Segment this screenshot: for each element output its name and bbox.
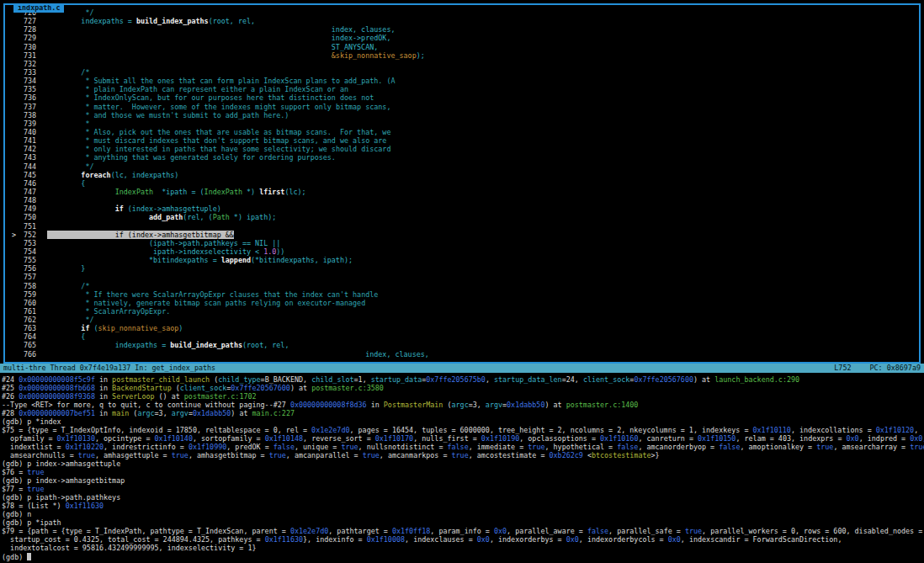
marker-gutter xyxy=(5,350,24,359)
source-line: 730 ST_ANYSCAN, xyxy=(5,43,919,51)
line-number: 760 xyxy=(24,299,47,307)
line-number: 757 xyxy=(24,273,47,281)
source-line: 739 * xyxy=(5,120,919,128)
marker-gutter xyxy=(5,136,24,145)
source-line-text: IndexPath *ipath = (IndexPath *) lfirst(… xyxy=(47,188,306,196)
marker-gutter xyxy=(5,188,24,196)
source-line: 763 if (skip_nonnative_saop) xyxy=(5,324,919,332)
line-number: 738 xyxy=(24,111,47,120)
line-number: 748 xyxy=(24,196,47,204)
source-line: 762 */ xyxy=(5,316,919,324)
line-number: 755 xyxy=(24,256,47,264)
gdb-tui-terminal[interactable]: indxpath.c 726 */727 indexpaths = build_… xyxy=(0,0,924,563)
marker-gutter xyxy=(5,153,24,162)
line-number: 765 xyxy=(24,341,47,349)
line-number: 766 xyxy=(24,350,47,359)
source-line: 733 /* xyxy=(5,68,919,77)
source-line-text: *bitindexpaths = lappend(*bitindexpaths,… xyxy=(47,256,353,264)
source-line-text: (ipath->path.pathkeys == NIL || xyxy=(47,239,280,247)
tui-status-bar: multi-thre Thread 0x7f4e19a137 In: get_i… xyxy=(0,364,924,373)
source-window-title: indxpath.c xyxy=(13,3,64,13)
marker-gutter xyxy=(5,85,24,93)
line-number: 739 xyxy=(24,120,47,128)
source-line: 732 xyxy=(5,60,919,68)
line-number: 742 xyxy=(24,145,47,153)
line-number: 736 xyxy=(24,93,47,102)
console-line: #25 0x00000000008fb668 in BackendStartup… xyxy=(2,384,924,392)
line-number: 741 xyxy=(24,136,47,145)
console-line: #28 0x00000000007bef51 in main (argc=3, … xyxy=(2,409,924,417)
source-line: 744 */ xyxy=(5,162,919,171)
source-line: 759 * If there were ScalarArrayOpExpr cl… xyxy=(5,290,919,299)
source-line-text: if (skip_nonnative_saop) xyxy=(47,324,183,332)
console-line: amsearchnulls = true, amhasgettuple = tr… xyxy=(2,451,924,459)
line-number: 730 xyxy=(24,43,47,51)
line-number: 764 xyxy=(24,332,47,341)
marker-gutter xyxy=(5,111,24,120)
source-line: 746 { xyxy=(5,179,919,188)
source-lines: 726 */727 indexpaths = build_index_paths… xyxy=(5,8,919,359)
source-line-text: * IndexOnlyScan, but for our purposes he… xyxy=(47,93,374,102)
source-line: 755 *bitindexpaths = lappend(*bitindexpa… xyxy=(5,256,919,264)
source-line: 760 * natively, generate bitmap scan pat… xyxy=(5,299,919,307)
console-line: #24 0x00000000008f5c9f in postmaster_chi… xyxy=(2,375,924,384)
console-line: (gdb) p index->amhasgetbitmap xyxy=(2,476,924,485)
console-line: $78 = (List *) 0x1f11630 xyxy=(2,502,924,510)
source-line-text: * and those we mustn't submit to add_pat… xyxy=(47,111,289,120)
source-line: 756 } xyxy=(5,264,919,273)
source-line-text: */ xyxy=(47,316,93,324)
source-line-text: * anything that was generated solely for… xyxy=(47,153,336,162)
marker-gutter xyxy=(5,239,24,247)
marker-gutter xyxy=(5,341,24,349)
marker-gutter xyxy=(5,179,24,188)
marker-gutter xyxy=(5,77,24,85)
line-number: 744 xyxy=(24,162,47,171)
marker-gutter xyxy=(5,145,24,153)
marker-gutter xyxy=(5,60,24,68)
console-line: opfamily = 0x1f10130, opcintype = 0x1f10… xyxy=(2,434,924,443)
line-number: 733 xyxy=(24,68,47,77)
source-line-text: * If there were ScalarArrayOpExpr clause… xyxy=(47,290,378,299)
marker-gutter xyxy=(5,196,24,204)
line-number: 750 xyxy=(24,213,47,221)
source-line: 753 (ipath->path.pathkeys == NIL || xyxy=(5,239,919,247)
source-line-text: foreach(lc, indexpaths) xyxy=(47,171,178,179)
marker-gutter xyxy=(5,324,24,332)
marker-gutter xyxy=(5,273,24,281)
source-line-text: { xyxy=(47,332,85,341)
source-line: 747 IndexPath *ipath = (IndexPath *) lfi… xyxy=(5,188,919,196)
source-line-text: */ xyxy=(47,162,93,171)
console-line: #26 0x00000000008f9368 in ServerLoop () … xyxy=(2,392,924,401)
source-line-text: ipath->indexselectivity < 1.0)) xyxy=(47,247,284,256)
source-line-text: * only interested in paths that have som… xyxy=(47,145,390,153)
source-line: 736 * IndexOnlyScan, but for our purpose… xyxy=(5,93,919,102)
gdb-input-line[interactable]: (gdb) xyxy=(2,552,924,560)
line-number: 732 xyxy=(24,60,47,68)
line-number: 737 xyxy=(24,103,47,111)
console-line: (gdb) n xyxy=(2,510,924,518)
line-number: 743 xyxy=(24,153,47,162)
marker-gutter xyxy=(5,299,24,307)
line-number: 754 xyxy=(24,247,47,256)
line-number: 751 xyxy=(24,222,47,231)
current-line-marker: > xyxy=(5,231,24,239)
source-line: 731 &skip_nonnative_saop); xyxy=(5,51,919,60)
console-line: indextlist = 0x1f10220, indrestrictinfo … xyxy=(2,443,924,451)
source-line: 751 xyxy=(5,222,919,231)
source-line-text: index, clauses, xyxy=(47,25,395,34)
marker-gutter xyxy=(5,332,24,341)
console-line: $76 = true xyxy=(2,468,924,476)
marker-gutter xyxy=(5,162,24,171)
source-line: 750 add_path(rel, (Path *) ipath); xyxy=(5,213,919,221)
terminal-cursor xyxy=(27,553,31,560)
source-line: 740 * Also, pick out the ones that are u… xyxy=(5,128,919,136)
marker-gutter xyxy=(5,34,24,42)
console-line: (gdb) p ipath->path.pathkeys xyxy=(2,493,924,502)
source-line-text: * Also, pick out the ones that are usabl… xyxy=(47,128,390,136)
line-number: 752 xyxy=(24,231,47,239)
console-lines[interactable]: #24 0x00000000008f5c9f in postmaster_chi… xyxy=(0,373,924,563)
source-line: 745 foreach(lc, indexpaths) xyxy=(5,171,919,179)
source-line-text: indexpaths = build_index_paths(root, rel… xyxy=(47,17,255,25)
source-line: >752 if (index->amhasgetbitmap && xyxy=(5,231,919,239)
line-number: 749 xyxy=(24,204,47,213)
